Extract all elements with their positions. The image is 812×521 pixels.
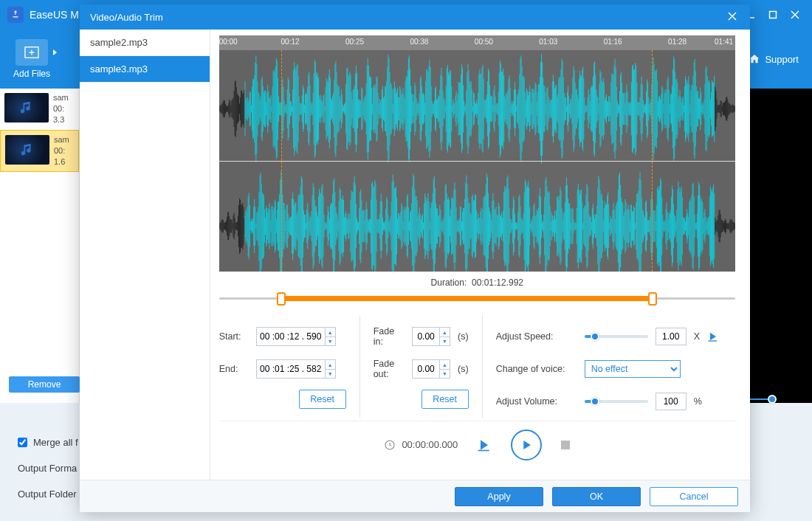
trim-range-bar <box>219 292 735 306</box>
volume-slider[interactable] <box>585 400 648 403</box>
cancel-button[interactable]: Cancel <box>650 487 738 506</box>
apply-button[interactable]: Apply <box>455 487 543 506</box>
speed-label: Adjust Speed: <box>496 331 577 342</box>
trim-start-handle[interactable] <box>277 292 286 306</box>
fadein-label: Fade in: <box>374 326 405 347</box>
waveform-ruler: 00:00 00:12 00:25 00:38 00:50 01:03 01:1… <box>219 35 735 50</box>
fadein-input[interactable]: ▲▼ <box>412 327 450 346</box>
play-button[interactable] <box>511 429 542 460</box>
trim-file-item[interactable]: sample2.mp3 <box>80 30 210 56</box>
volume-label: Adjust Volume: <box>496 396 577 407</box>
file-item[interactable]: sam00:3.3 <box>0 89 79 130</box>
preview-slider-knob[interactable] <box>768 395 777 404</box>
spin-down-icon[interactable]: ▼ <box>326 369 335 378</box>
duration-readout: Duration: 00:01:12.992 <box>219 272 735 291</box>
merge-label: Merge all f <box>33 437 78 448</box>
support-label: Support <box>765 54 799 65</box>
waveform-display[interactable] <box>219 50 735 272</box>
start-label: Start: <box>219 331 249 342</box>
dialog-title: Video/Audio Trim <box>90 12 163 23</box>
spin-down-icon[interactable]: ▼ <box>440 369 450 378</box>
preview-speed-button[interactable] <box>707 329 722 344</box>
support-button[interactable]: Support <box>749 53 799 65</box>
output-format-label: Output Forma <box>18 463 77 474</box>
svg-rect-1331 <box>478 449 489 451</box>
voice-select[interactable]: No effect <box>585 360 681 378</box>
spin-up-icon[interactable]: ▲ <box>326 360 335 369</box>
svg-rect-1 <box>770 12 777 18</box>
spin-up-icon[interactable]: ▲ <box>440 328 450 337</box>
dialog-titlebar: Video/Audio Trim <box>80 4 750 30</box>
trim-file-item[interactable]: sample3.mp3 <box>80 56 210 83</box>
audio-thumb-icon <box>5 135 49 165</box>
ok-button[interactable]: OK <box>552 487 641 506</box>
spin-down-icon[interactable]: ▼ <box>440 337 450 345</box>
output-folder-label: Output Folder <box>18 489 77 500</box>
start-time-input[interactable]: ▲▼ <box>256 327 336 346</box>
play-from-start-button[interactable] <box>477 438 492 452</box>
file-item[interactable]: sam00:1.6 <box>0 130 79 173</box>
merge-checkbox[interactable] <box>18 438 27 447</box>
main-maximize-button[interactable] <box>763 5 782 24</box>
trim-end-handle[interactable] <box>648 292 657 306</box>
play-icon <box>520 438 533 452</box>
trim-dialog: Video/Audio Trim sample2.mp3 sample3.mp3… <box>80 4 750 512</box>
svg-rect-1329 <box>708 340 717 341</box>
voice-label: Change of voice: <box>496 364 577 374</box>
stop-button[interactable] <box>561 441 570 449</box>
speed-slider[interactable] <box>585 335 648 338</box>
trim-file-list: sample2.mp3 sample3.mp3 <box>80 30 210 480</box>
add-files-button[interactable]: Add Files <box>13 39 50 79</box>
spin-down-icon[interactable]: ▼ <box>326 337 335 345</box>
home-icon <box>749 53 760 65</box>
reset-time-button[interactable]: Reset <box>299 390 346 409</box>
spin-up-icon[interactable]: ▲ <box>440 360 450 369</box>
fadeout-label: Fade out: <box>374 359 405 379</box>
waveform-selection <box>281 50 653 272</box>
main-close-button[interactable] <box>785 5 805 24</box>
remove-button[interactable]: Remove <box>9 376 80 393</box>
end-label: End: <box>219 364 249 374</box>
app-logo-icon <box>7 7 24 23</box>
dialog-footer: Apply OK Cancel <box>80 480 750 512</box>
fadeout-input[interactable]: ▲▼ <box>412 359 450 379</box>
dialog-close-button[interactable] <box>725 9 740 26</box>
clock-icon <box>384 439 396 451</box>
spin-up-icon[interactable]: ▲ <box>326 328 335 337</box>
audio-thumb-icon <box>4 93 49 123</box>
reset-fade-button[interactable]: Reset <box>422 390 469 409</box>
playback-time: 00:00:00.000 <box>384 439 458 451</box>
add-files-label: Add Files <box>13 69 50 79</box>
end-time-input[interactable]: ▲▼ <box>256 359 336 379</box>
volume-value-input[interactable] <box>656 393 687 410</box>
speed-value-input[interactable] <box>656 328 687 345</box>
